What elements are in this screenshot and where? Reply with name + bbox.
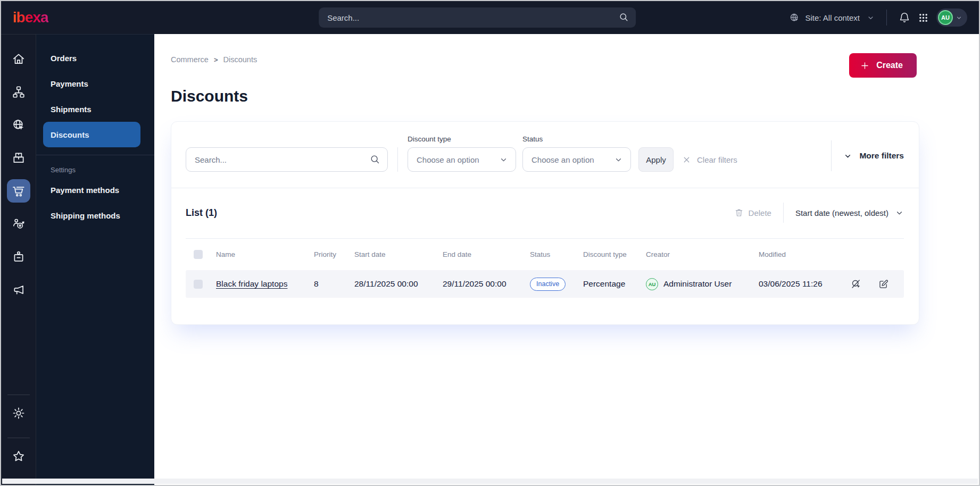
list-section: List (1) Delete Start date (newest, olde… [171,188,919,324]
delete-button[interactable]: Delete [734,208,771,217]
chevron-down-icon [956,14,962,21]
home-icon[interactable] [7,47,30,71]
apps-grid-icon[interactable] [918,12,929,23]
discount-type-value: Choose an option [417,155,479,164]
status-label: Status [522,135,631,143]
breadcrumb-commerce[interactable]: Commerce [171,55,209,64]
site-context-label: Site: All context [805,13,860,22]
status-value: Choose an option [531,155,594,164]
apply-button[interactable]: Apply [638,147,674,172]
site-context-selector[interactable]: Site: All context [789,12,875,23]
breadcrumb-discounts[interactable]: Discounts [223,55,258,64]
more-filters: More filters [831,140,904,172]
column-header-discount-type: Discount type [583,250,646,258]
discount-type-select[interactable]: Choose an option [408,147,516,172]
global-search-input[interactable] [319,7,636,28]
more-filters-label: More filters [859,151,904,161]
breadcrumb-separator: > [214,56,218,64]
edit-icon[interactable] [878,279,889,290]
topbar-right-cluster: Site: All context AU [789,9,967,27]
discount-name-link[interactable]: Black friday laptops [216,279,287,288]
horizontal-scrollbar[interactable] [2,479,978,484]
topbar-divider [886,10,887,26]
ibexa-logo[interactable]: ibexa [13,10,48,25]
commerce-cart-icon[interactable] [7,179,30,203]
cell-end-date: 29/11/2025 00:00 [443,279,530,289]
clear-filters-label: Clear filters [697,155,737,164]
chevron-down-icon [614,155,623,164]
cell-modified: 03/06/2025 11:26 [759,279,833,289]
icon-rail [1,34,36,485]
customers-target-icon[interactable] [7,212,30,236]
chevron-down-icon [843,152,852,161]
discount-type-filter: Discount type Choose an option [408,135,516,172]
column-header-end-date: End date [443,250,530,258]
list-search-input[interactable] [186,147,388,172]
bookmarks-star-icon[interactable] [7,445,30,468]
sidebar-item-payment-methods[interactable]: Payment methods [36,177,154,203]
table-row: Black friday laptops 8 28/11/2025 00:00 … [186,270,904,298]
column-header-priority: Priority [314,250,354,258]
column-header-name: Name [216,250,314,258]
status-select[interactable]: Choose an option [522,147,631,172]
filter-divider [397,147,398,172]
search-icon[interactable] [618,12,629,22]
create-button[interactable]: Create [849,53,917,78]
filters-bar: Discount type Choose an option Status Ch… [171,122,919,188]
search-icon[interactable] [369,154,380,165]
commerce-menu-sidebar: Orders Payments Shipments Discounts Sett… [36,34,154,485]
column-header-status: Status [530,250,583,258]
sidebar-item-discounts[interactable]: Discounts [43,122,140,147]
list-search [186,147,388,172]
more-filters-button[interactable]: More filters [843,151,904,161]
settings-gear-icon[interactable] [7,401,30,425]
rail-bottom-group [7,391,30,477]
sidebar-item-payments[interactable]: Payments [36,71,154,96]
creator-avatar: AU [646,278,658,290]
deactivate-icon[interactable] [851,279,862,290]
sidebar-item-shipments[interactable]: Shipments [36,96,154,122]
avatar: AU [938,10,953,25]
filter-divider [831,140,832,171]
rail-divider [7,438,30,438]
website-globe-icon[interactable] [7,113,30,137]
app-window: ibexa Site: All context [0,0,980,486]
select-all-checkbox[interactable] [194,250,203,259]
cell-creator: Administrator User [663,279,732,289]
cell-priority: 8 [314,279,354,289]
discounts-table: Name Priority Start date End date Status… [186,238,904,298]
global-search [319,7,636,28]
rail-divider [7,395,30,395]
status-badge: Inactive [530,278,566,291]
list-title: List (1) [186,207,217,219]
page-title: Discounts [171,87,917,105]
sort-selector[interactable]: Start date (newest, oldest) [795,208,904,217]
sidebar-item-orders[interactable]: Orders [36,45,154,71]
close-icon [682,155,691,164]
bell-icon[interactable] [899,12,910,23]
sidebar-item-shipping-methods[interactable]: Shipping methods [36,203,154,228]
column-header-modified: Modified [759,250,833,258]
trash-icon [734,208,744,217]
corporate-frame-icon[interactable] [7,245,30,269]
breadcrumb: Commerce > Discounts [171,53,257,64]
main-content: Commerce > Discounts Create Discounts [154,34,979,485]
clear-filters-button[interactable]: Clear filters [682,147,737,172]
site-structure-icon[interactable] [7,80,30,104]
cell-discount-type: Percentage [583,279,646,289]
table-header: Name Priority Start date End date Status… [186,238,904,270]
sidebar-section-settings: Settings [36,155,154,177]
discounts-panel: Discount type Choose an option Status Ch… [171,121,919,325]
sort-label: Start date (newest, oldest) [795,208,888,217]
globe-cursor-icon [789,12,800,23]
chevron-down-icon [499,155,508,164]
user-menu[interactable]: AU [936,9,967,27]
top-bar: ibexa Site: All context [1,1,979,34]
marketing-megaphone-icon[interactable] [7,278,30,301]
row-checkbox[interactable] [194,280,203,289]
chevron-down-icon [895,208,904,217]
plus-icon [860,61,870,71]
products-boxes-icon[interactable] [7,146,30,170]
cell-start-date: 28/11/2025 00:00 [354,279,443,289]
column-header-creator: Creator [646,250,759,258]
